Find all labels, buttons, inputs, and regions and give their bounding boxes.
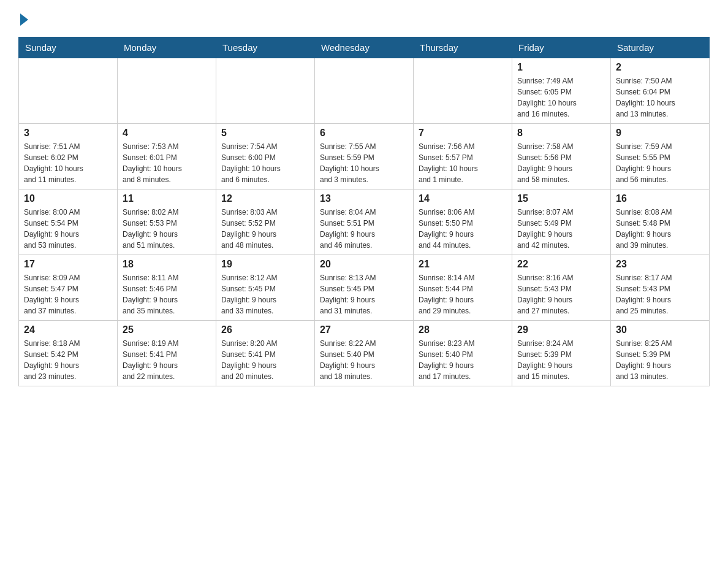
day-info: Sunrise: 8:20 AMSunset: 5:41 PMDaylight:… <box>221 338 309 382</box>
calendar-cell <box>414 58 512 124</box>
day-number: 28 <box>419 324 507 335</box>
day-info: Sunrise: 8:02 AMSunset: 5:53 PMDaylight:… <box>123 207 211 251</box>
week-row-3: 10Sunrise: 8:00 AMSunset: 5:54 PMDayligh… <box>19 190 710 255</box>
day-number: 14 <box>419 193 507 204</box>
day-number: 20 <box>320 259 408 270</box>
weekday-header-friday: Friday <box>512 37 611 58</box>
day-info: Sunrise: 8:17 AMSunset: 5:43 PMDaylight:… <box>616 272 704 316</box>
calendar-cell: 15Sunrise: 8:07 AMSunset: 5:49 PMDayligh… <box>512 190 611 255</box>
day-number: 23 <box>616 259 704 270</box>
week-row-4: 17Sunrise: 8:09 AMSunset: 5:47 PMDayligh… <box>19 255 710 321</box>
day-number: 22 <box>517 259 605 270</box>
day-info: Sunrise: 7:56 AMSunset: 5:57 PMDaylight:… <box>419 141 507 185</box>
calendar-cell: 17Sunrise: 8:09 AMSunset: 5:47 PMDayligh… <box>19 255 118 321</box>
day-number: 6 <box>320 128 408 139</box>
day-number: 4 <box>123 128 211 139</box>
day-info: Sunrise: 8:18 AMSunset: 5:42 PMDaylight:… <box>24 338 112 382</box>
week-row-5: 24Sunrise: 8:18 AMSunset: 5:42 PMDayligh… <box>19 321 710 386</box>
day-number: 24 <box>24 324 112 335</box>
day-info: Sunrise: 7:54 AMSunset: 6:00 PMDaylight:… <box>221 141 309 185</box>
calendar-cell: 4Sunrise: 7:53 AMSunset: 6:01 PMDaylight… <box>118 124 216 190</box>
day-number: 7 <box>419 128 507 139</box>
calendar-cell: 27Sunrise: 8:22 AMSunset: 5:40 PMDayligh… <box>315 321 414 386</box>
calendar-cell: 22Sunrise: 8:16 AMSunset: 5:43 PMDayligh… <box>512 255 611 321</box>
calendar-cell: 24Sunrise: 8:18 AMSunset: 5:42 PMDayligh… <box>19 321 118 386</box>
day-number: 10 <box>24 193 112 204</box>
calendar-cell: 2Sunrise: 7:50 AMSunset: 6:04 PMDaylight… <box>611 58 710 124</box>
day-number: 25 <box>123 324 211 335</box>
calendar-cell: 7Sunrise: 7:56 AMSunset: 5:57 PMDaylight… <box>414 124 512 190</box>
day-info: Sunrise: 7:55 AMSunset: 5:59 PMDaylight:… <box>320 141 408 185</box>
day-number: 29 <box>517 324 605 335</box>
calendar-cell: 16Sunrise: 8:08 AMSunset: 5:48 PMDayligh… <box>611 190 710 255</box>
day-info: Sunrise: 7:49 AMSunset: 6:05 PMDaylight:… <box>517 75 605 120</box>
day-info: Sunrise: 7:59 AMSunset: 5:55 PMDaylight:… <box>616 141 704 185</box>
weekday-header-thursday: Thursday <box>414 37 512 58</box>
calendar-cell: 6Sunrise: 7:55 AMSunset: 5:59 PMDaylight… <box>315 124 414 190</box>
calendar-cell: 19Sunrise: 8:12 AMSunset: 5:45 PMDayligh… <box>216 255 315 321</box>
calendar-cell: 23Sunrise: 8:17 AMSunset: 5:43 PMDayligh… <box>611 255 710 321</box>
day-number: 17 <box>24 259 112 270</box>
day-number: 16 <box>616 193 704 204</box>
calendar-cell: 12Sunrise: 8:03 AMSunset: 5:52 PMDayligh… <box>216 190 315 255</box>
day-info: Sunrise: 8:25 AMSunset: 5:39 PMDaylight:… <box>616 338 704 382</box>
day-info: Sunrise: 8:16 AMSunset: 5:43 PMDaylight:… <box>517 272 605 316</box>
page-header <box>18 12 710 25</box>
logo <box>18 12 28 25</box>
week-row-2: 3Sunrise: 7:51 AMSunset: 6:02 PMDaylight… <box>19 124 710 190</box>
day-number: 30 <box>616 324 704 335</box>
day-number: 3 <box>24 128 112 139</box>
day-number: 19 <box>221 259 309 270</box>
day-number: 15 <box>517 193 605 204</box>
day-info: Sunrise: 7:58 AMSunset: 5:56 PMDaylight:… <box>517 141 605 185</box>
day-info: Sunrise: 8:08 AMSunset: 5:48 PMDaylight:… <box>616 207 704 251</box>
day-info: Sunrise: 7:51 AMSunset: 6:02 PMDaylight:… <box>24 141 112 185</box>
day-info: Sunrise: 8:19 AMSunset: 5:41 PMDaylight:… <box>123 338 211 382</box>
weekday-header-row: SundayMondayTuesdayWednesdayThursdayFrid… <box>19 37 710 58</box>
day-number: 1 <box>517 62 605 73</box>
calendar-cell: 25Sunrise: 8:19 AMSunset: 5:41 PMDayligh… <box>118 321 216 386</box>
calendar-cell: 18Sunrise: 8:11 AMSunset: 5:46 PMDayligh… <box>118 255 216 321</box>
calendar-cell: 1Sunrise: 7:49 AMSunset: 6:05 PMDaylight… <box>512 58 611 124</box>
weekday-header-tuesday: Tuesday <box>216 37 315 58</box>
day-info: Sunrise: 7:53 AMSunset: 6:01 PMDaylight:… <box>123 141 211 185</box>
day-number: 5 <box>221 128 309 139</box>
day-info: Sunrise: 8:07 AMSunset: 5:49 PMDaylight:… <box>517 207 605 251</box>
day-info: Sunrise: 8:24 AMSunset: 5:39 PMDaylight:… <box>517 338 605 382</box>
weekday-header-sunday: Sunday <box>19 37 118 58</box>
calendar-cell <box>216 58 315 124</box>
day-number: 21 <box>419 259 507 270</box>
day-number: 18 <box>123 259 211 270</box>
weekday-header-wednesday: Wednesday <box>315 37 414 58</box>
day-number: 11 <box>123 193 211 204</box>
day-info: Sunrise: 8:13 AMSunset: 5:45 PMDaylight:… <box>320 272 408 316</box>
calendar-cell <box>315 58 414 124</box>
calendar-table: SundayMondayTuesdayWednesdayThursdayFrid… <box>18 37 710 386</box>
day-number: 26 <box>221 324 309 335</box>
calendar-cell: 3Sunrise: 7:51 AMSunset: 6:02 PMDaylight… <box>19 124 118 190</box>
day-number: 13 <box>320 193 408 204</box>
day-info: Sunrise: 8:09 AMSunset: 5:47 PMDaylight:… <box>24 272 112 316</box>
calendar-cell: 10Sunrise: 8:00 AMSunset: 5:54 PMDayligh… <box>19 190 118 255</box>
calendar-cell: 26Sunrise: 8:20 AMSunset: 5:41 PMDayligh… <box>216 321 315 386</box>
week-row-1: 1Sunrise: 7:49 AMSunset: 6:05 PMDaylight… <box>19 58 710 124</box>
day-info: Sunrise: 8:22 AMSunset: 5:40 PMDaylight:… <box>320 338 408 382</box>
calendar-cell: 13Sunrise: 8:04 AMSunset: 5:51 PMDayligh… <box>315 190 414 255</box>
calendar-cell <box>19 58 118 124</box>
calendar-cell: 29Sunrise: 8:24 AMSunset: 5:39 PMDayligh… <box>512 321 611 386</box>
day-info: Sunrise: 8:12 AMSunset: 5:45 PMDaylight:… <box>221 272 309 316</box>
calendar-cell: 28Sunrise: 8:23 AMSunset: 5:40 PMDayligh… <box>414 321 512 386</box>
calendar-cell: 11Sunrise: 8:02 AMSunset: 5:53 PMDayligh… <box>118 190 216 255</box>
day-info: Sunrise: 8:04 AMSunset: 5:51 PMDaylight:… <box>320 207 408 251</box>
calendar-cell <box>118 58 216 124</box>
day-number: 8 <box>517 128 605 139</box>
day-number: 2 <box>616 62 704 73</box>
day-info: Sunrise: 8:03 AMSunset: 5:52 PMDaylight:… <box>221 207 309 251</box>
calendar-cell: 9Sunrise: 7:59 AMSunset: 5:55 PMDaylight… <box>611 124 710 190</box>
calendar-cell: 21Sunrise: 8:14 AMSunset: 5:44 PMDayligh… <box>414 255 512 321</box>
calendar-cell: 5Sunrise: 7:54 AMSunset: 6:00 PMDaylight… <box>216 124 315 190</box>
calendar-cell: 14Sunrise: 8:06 AMSunset: 5:50 PMDayligh… <box>414 190 512 255</box>
day-number: 9 <box>616 128 704 139</box>
weekday-header-saturday: Saturday <box>611 37 710 58</box>
calendar-cell: 30Sunrise: 8:25 AMSunset: 5:39 PMDayligh… <box>611 321 710 386</box>
